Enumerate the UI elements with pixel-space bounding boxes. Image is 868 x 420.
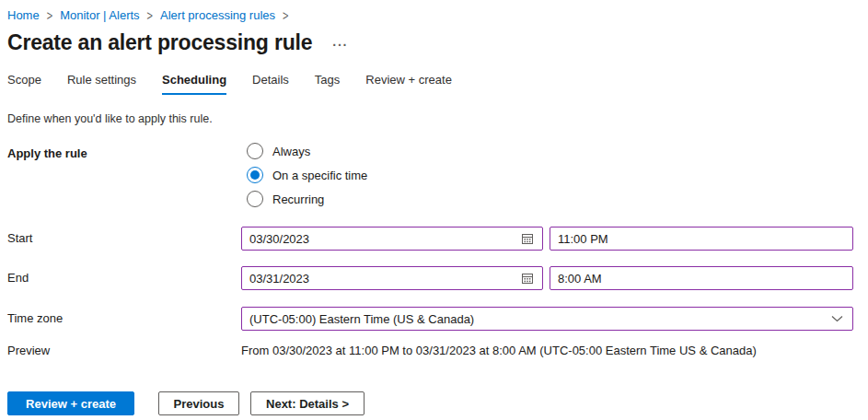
breadcrumb-separator-icon: > xyxy=(283,8,288,22)
previous-button[interactable]: Previous xyxy=(158,391,239,415)
end-date-input[interactable] xyxy=(241,266,543,290)
tab-tags[interactable]: Tags xyxy=(315,73,340,95)
apply-the-rule-radio-group: Always On a specific time Recurring xyxy=(247,139,367,211)
scheduling-description: Define when you'd like to apply this rul… xyxy=(7,112,213,125)
chevron-down-icon xyxy=(831,315,843,322)
breadcrumb-separator-icon: > xyxy=(147,8,153,22)
apply-the-rule-label: Apply the rule xyxy=(7,142,87,166)
start-date-calendar-icon[interactable] xyxy=(518,229,537,248)
tab-review-create[interactable]: Review + create xyxy=(365,73,452,95)
time-zone-selected-value: (UTC-05:00) Eastern Time (US & Canada) xyxy=(249,312,474,326)
start-date-input[interactable] xyxy=(241,227,543,251)
end-time-input[interactable] xyxy=(550,266,853,290)
time-zone-label: Time zone xyxy=(7,307,63,331)
tab-scope[interactable]: Scope xyxy=(7,73,41,95)
end-date-calendar-icon[interactable] xyxy=(518,269,537,287)
radio-option-always[interactable]: Always xyxy=(247,139,367,163)
create-alert-processing-rule-page: Home > Monitor | Alerts > Alert processi… xyxy=(0,0,868,420)
radio-icon[interactable] xyxy=(247,191,263,207)
breadcrumb-link-alert-processing-rules[interactable]: Alert processing rules xyxy=(160,8,275,22)
radio-option-label: Recurring xyxy=(272,192,324,206)
radio-option-recurring[interactable]: Recurring xyxy=(247,187,367,211)
radio-option-label: On a specific time xyxy=(272,169,367,182)
review-create-button[interactable]: Review + create xyxy=(7,391,134,415)
next-details-button[interactable]: Next: Details > xyxy=(250,391,365,415)
breadcrumb: Home > Monitor | Alerts > Alert processi… xyxy=(7,8,295,22)
tab-scheduling[interactable]: Scheduling xyxy=(162,73,226,95)
radio-option-on-a-specific-time[interactable]: On a specific time xyxy=(247,163,367,187)
tab-details[interactable]: Details xyxy=(252,73,289,95)
title-row: Create an alert processing rule ··· xyxy=(7,30,348,55)
start-label: Start xyxy=(7,227,32,251)
preview-label: Preview xyxy=(7,339,50,363)
breadcrumb-separator-icon: > xyxy=(47,8,52,22)
breadcrumb-link-monitor-alerts[interactable]: Monitor | Alerts xyxy=(60,8,139,22)
more-options-icon[interactable]: ··· xyxy=(332,39,348,52)
page-title: Create an alert processing rule xyxy=(7,30,312,55)
start-time-input[interactable] xyxy=(550,227,853,251)
preview-value: From 03/30/2023 at 11:00 PM to 03/31/202… xyxy=(241,339,757,363)
tab-bar: Scope Rule settings Scheduling Details T… xyxy=(7,73,452,95)
time-zone-dropdown[interactable]: (UTC-05:00) Eastern Time (US & Canada) xyxy=(241,307,853,331)
radio-selected-icon[interactable] xyxy=(247,167,263,183)
tab-rule-settings[interactable]: Rule settings xyxy=(67,73,136,95)
radio-icon[interactable] xyxy=(247,143,263,159)
radio-option-label: Always xyxy=(272,145,310,158)
breadcrumb-link-home[interactable]: Home xyxy=(7,8,40,22)
end-label: End xyxy=(7,266,29,290)
